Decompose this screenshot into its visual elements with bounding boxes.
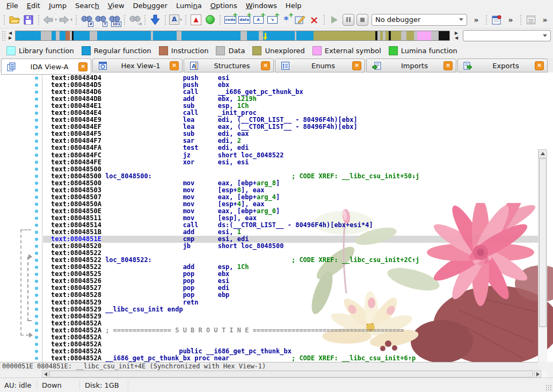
band-segment bbox=[431, 31, 439, 40]
make-code-icon[interactable]: code+ bbox=[224, 13, 237, 27]
window-list-icon[interactable] bbox=[525, 13, 537, 27]
legend-item: External symbol bbox=[312, 46, 381, 55]
horizontal-scrollbar[interactable] bbox=[42, 371, 547, 378]
navigate-forward-icon[interactable]: ▾ bbox=[58, 13, 72, 27]
code-line[interactable]: text:080484FE xor esi, esi bbox=[43, 159, 538, 166]
tab-enums[interactable]: Enums× bbox=[275, 59, 365, 72]
debug-stop-icon[interactable] bbox=[356, 13, 369, 27]
toolbar-group-handle[interactable] bbox=[219, 14, 222, 26]
tab-close-icon[interactable]: × bbox=[443, 61, 453, 70]
window-resize-grip[interactable] bbox=[545, 384, 552, 391]
tab-label: Exports bbox=[477, 62, 535, 70]
open-file-icon[interactable] bbox=[8, 13, 21, 27]
code-line[interactable]: text:0804852A __i686_get_pc_thunk_bx pro… bbox=[43, 355, 538, 362]
band-scroll-right-button[interactable]: ▶ bbox=[6, 35, 14, 41]
scroll-up-button[interactable] bbox=[539, 149, 547, 158]
edit-comment-icon[interactable] bbox=[294, 13, 307, 27]
toolbar-group-handle[interactable] bbox=[184, 14, 187, 26]
band-range-combo[interactable] bbox=[463, 30, 551, 41]
navigation-band[interactable] bbox=[15, 31, 450, 41]
menu-jump[interactable]: Jump bbox=[45, 1, 71, 11]
debug-pause-icon[interactable] bbox=[342, 13, 355, 27]
ida-view-icon bbox=[7, 62, 16, 71]
toolbar-group-handle[interactable] bbox=[37, 14, 40, 26]
navigate-back-icon[interactable]: ▾ bbox=[42, 13, 57, 27]
debug-start-icon[interactable] bbox=[328, 13, 341, 27]
horizontal-scroll-thumb[interactable] bbox=[49, 371, 533, 378]
tab-hex-view-1[interactable]: Hex View-1× bbox=[92, 59, 183, 72]
tab-close-icon[interactable]: × bbox=[535, 61, 544, 70]
menu-edit[interactable]: Edit bbox=[23, 1, 45, 11]
lumina-status-icon[interactable] bbox=[203, 13, 216, 27]
menu-help[interactable]: Help bbox=[281, 1, 306, 11]
save-file-icon[interactable] bbox=[22, 13, 35, 27]
menu-lumina[interactable]: Lumina bbox=[172, 1, 206, 11]
undefine-icon[interactable]: × bbox=[308, 13, 321, 27]
desktop-notes-icon[interactable] bbox=[490, 13, 503, 27]
chevron-down-icon: ▾ bbox=[70, 17, 72, 22]
code-line[interactable]: text:0804852A bbox=[43, 334, 538, 341]
tab-label: Hex View-1 bbox=[112, 62, 170, 70]
toolbar-group-handle[interactable] bbox=[123, 14, 126, 26]
tab-imports[interactable]: Imports× bbox=[366, 59, 456, 72]
menu-windows[interactable]: Windows bbox=[242, 1, 281, 11]
toolbar-overflow2-icon[interactable]: » bbox=[504, 13, 517, 27]
vertical-scroll-thumb[interactable] bbox=[539, 158, 547, 327]
rename-icon[interactable]: A▾ bbox=[169, 13, 182, 27]
toolbar-group-handle[interactable] bbox=[143, 14, 147, 26]
jump-to-xref-icon[interactable]: ➜ bbox=[128, 13, 141, 27]
jump-by-name-icon[interactable] bbox=[149, 13, 162, 27]
search-text-icon[interactable]: T bbox=[94, 13, 107, 27]
tab-close-icon[interactable]: × bbox=[352, 61, 361, 70]
scroll-left-button[interactable] bbox=[42, 371, 49, 378]
toolbar-group-handle[interactable] bbox=[164, 14, 167, 26]
tab-close-icon[interactable]: × bbox=[78, 62, 88, 71]
code-line[interactable]: text:08048529 bbox=[43, 313, 538, 320]
legend-color-chip bbox=[389, 46, 398, 55]
code-line[interactable]: text:0804852A ; =============== S U B R … bbox=[43, 327, 538, 334]
tab-structures[interactable]: AStructures× bbox=[184, 59, 274, 72]
debugger-select[interactable]: No debugger bbox=[372, 14, 467, 26]
toolbar-overflow3-icon[interactable]: » bbox=[539, 13, 551, 27]
connection-status: Down bbox=[42, 378, 62, 392]
menu-search[interactable]: Search bbox=[71, 1, 104, 11]
legend-label: Unexplored bbox=[265, 47, 304, 55]
toolbar-group-handle[interactable] bbox=[323, 14, 326, 26]
make-array-icon[interactable]: *+ bbox=[280, 13, 293, 27]
make-name-icon[interactable]: A+ bbox=[252, 13, 265, 27]
legend-label: Lumina function bbox=[401, 47, 457, 55]
band-segment bbox=[401, 31, 406, 40]
legend-item: Regular function bbox=[82, 46, 151, 55]
menu-view[interactable]: View bbox=[104, 1, 129, 11]
toolbar-drag-handle[interactable] bbox=[2, 31, 5, 41]
band-zoom-out-button[interactable]: ◀ bbox=[453, 35, 460, 41]
tab-close-icon[interactable]: × bbox=[170, 61, 179, 70]
svg-text:A: A bbox=[192, 63, 196, 69]
code-line[interactable]: text:08048529 __libc_csu_init endp bbox=[43, 306, 538, 313]
scroll-right-button[interactable] bbox=[534, 371, 541, 378]
toolbar-group-handle[interactable] bbox=[75, 14, 78, 26]
menu-file[interactable]: File bbox=[2, 1, 23, 11]
band-segment bbox=[314, 31, 375, 40]
make-data-icon[interactable]: data+ bbox=[238, 13, 251, 27]
tab-exports[interactable]: Exports× bbox=[457, 59, 548, 72]
jump-to-address-icon[interactable]: # bbox=[80, 13, 93, 27]
disassembly-listing[interactable]: text:080484D4 push esitext:080484D5 push… bbox=[43, 75, 538, 362]
legend-color-chip bbox=[159, 46, 168, 55]
toolbar-overflow-icon[interactable]: » bbox=[470, 13, 483, 27]
problems-list-icon[interactable]: ▲ bbox=[190, 13, 202, 27]
toolbar-group-handle[interactable] bbox=[519, 14, 522, 26]
toolbar-group-handle[interactable] bbox=[3, 14, 6, 26]
legend-color-chip bbox=[312, 46, 322, 55]
toolbar-group-handle[interactable] bbox=[485, 14, 488, 26]
menu-options[interactable]: Options bbox=[206, 1, 242, 11]
tab-close-icon[interactable]: × bbox=[261, 61, 270, 70]
vertical-scrollbar[interactable] bbox=[538, 149, 547, 362]
tab-ida-view-a[interactable]: IDA View-A× bbox=[1, 59, 91, 75]
make-string-icon[interactable]: 's+ bbox=[266, 13, 279, 27]
menu-debugger[interactable]: Debugger bbox=[129, 1, 172, 11]
code-line[interactable]: text:08048520 jb short loc_8048500 bbox=[43, 243, 538, 250]
disassembly-view[interactable]: text:080484D4 push esitext:080484D5 push… bbox=[0, 75, 553, 362]
search-binary-icon[interactable]: 101 bbox=[108, 13, 121, 27]
legend-item: Lumina function bbox=[389, 46, 457, 55]
